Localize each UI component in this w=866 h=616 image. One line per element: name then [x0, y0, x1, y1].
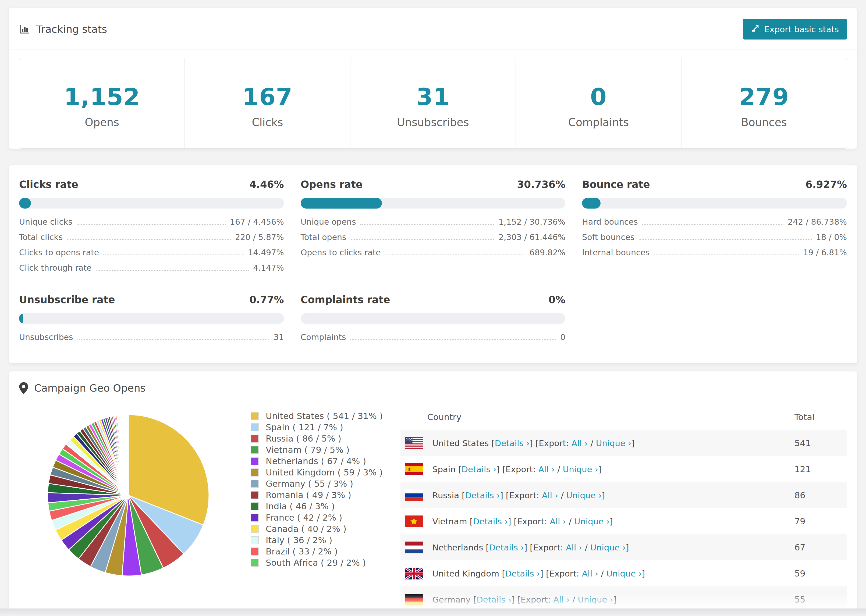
details-link[interactable]: Details ›: [505, 569, 540, 578]
rate-detail-value: 18 / 0%: [816, 233, 847, 242]
rate-progress-bar: [301, 198, 565, 209]
legend-item: United States ( 541 / 31% ): [251, 410, 383, 422]
rate-detail-row: Soft bounces 18 / 0%: [582, 233, 847, 248]
tracking-stats-card: Tracking stats Export basic stats 1,152 …: [9, 8, 857, 149]
legend-label: India ( 46 / 3% ): [266, 501, 335, 511]
export-all-link[interactable]: All ›: [538, 464, 555, 474]
geo-table-total-cell: 79: [794, 516, 847, 526]
geo-table-row-nl: Netherlands [Details ›] [Export: All › /…: [400, 534, 847, 560]
rate-detail-label: Opens to clicks rate: [301, 248, 381, 257]
rate-rows: Hard bounces 242 / 86.738% Soft bounces …: [582, 217, 847, 263]
export-unique-link[interactable]: Unique ›: [563, 464, 598, 474]
legend-swatch: [251, 525, 259, 533]
details-link[interactable]: Details ›: [477, 595, 512, 605]
legend-label: France ( 42 / 2% ): [266, 512, 342, 523]
export-all-link[interactable]: All ›: [572, 438, 588, 448]
export-all-link[interactable]: All ›: [582, 569, 598, 578]
rate-rows: Unique clicks 167 / 4.456% Total clicks …: [19, 217, 284, 278]
rate-detail-value: 19 / 6.81%: [803, 248, 847, 257]
legend-item: India ( 46 / 3% ): [251, 501, 383, 512]
geo-table-header: Country Total: [400, 404, 847, 430]
export-unique-link[interactable]: Unique ›: [574, 517, 610, 526]
tracking-stats-title-text: Tracking stats: [36, 24, 107, 35]
details-link[interactable]: Details ›: [489, 543, 524, 552]
legend-item: Italy ( 36 / 2% ): [251, 534, 383, 546]
stat-value: 279: [684, 83, 844, 111]
geo-table-country-cell: Russia [Details ›] [Export: All › / Uniq…: [405, 489, 795, 501]
export-unique-link[interactable]: Unique ›: [596, 438, 631, 448]
export-all-link[interactable]: All ›: [553, 595, 570, 605]
rate-block: Complaints rate 0% Complaints 0: [301, 294, 565, 348]
campaign-geo-opens-card: Campaign Geo Opens United States ( 541 /…: [9, 371, 857, 612]
page-bottom-strip: [0, 608, 866, 616]
rate-detail-value: 14.497%: [248, 248, 284, 257]
rate-value: 0%: [549, 294, 565, 306]
rate-detail-label: Soft bounces: [582, 233, 635, 242]
export-unique-link[interactable]: Unique ›: [590, 543, 626, 552]
legend-swatch: [251, 412, 259, 420]
geo-legend: United States ( 541 / 31% ) Spain ( 121 …: [251, 410, 383, 569]
rate-detail-value: 31: [274, 332, 284, 342]
dotted-leader: [77, 339, 269, 340]
stats-row: 1,152 Opens 167 Clicks 31 Unsubscribes 0…: [19, 58, 847, 149]
rate-progress-fill: [19, 313, 23, 324]
details-link[interactable]: Details ›: [494, 438, 529, 448]
stat-value: 167: [187, 83, 347, 111]
dotted-leader: [361, 224, 494, 225]
geo-table-row-ru: Russia [Details ›] [Export: All › / Uniq…: [400, 482, 847, 508]
tracking-stats-title: Tracking stats: [19, 24, 107, 35]
export-basic-stats-button[interactable]: Export basic stats: [743, 19, 847, 39]
rate-value: 6.927%: [806, 179, 847, 190]
rate-detail-label: Total clicks: [19, 233, 63, 242]
legend-swatch: [251, 491, 259, 499]
dotted-leader: [654, 255, 799, 255]
geo-table-total-cell: 55: [794, 594, 847, 605]
legend-label: Germany ( 55 / 3% ): [266, 479, 353, 489]
rate-detail-label: Hard bounces: [582, 217, 638, 226]
dotted-leader: [642, 224, 783, 225]
rate-detail-row: Unique opens 1,152 / 30.736%: [301, 217, 565, 233]
details-link[interactable]: Details ›: [465, 490, 500, 500]
us-flag-icon: [405, 437, 423, 449]
details-link[interactable]: Details ›: [461, 464, 496, 474]
stat-card-clicks: 167 Clicks: [185, 58, 350, 148]
export-all-link[interactable]: All ›: [566, 543, 582, 552]
rate-head: Clicks rate 4.46%: [19, 179, 284, 190]
rate-detail-label: Unique clicks: [19, 217, 72, 226]
rate-head: Opens rate 30.736%: [301, 179, 565, 190]
export-unique-link[interactable]: Unique ›: [606, 569, 642, 578]
export-all-link[interactable]: All ›: [542, 490, 558, 500]
country-links: Netherlands [Details ›] [Export: All › /…: [433, 543, 629, 552]
dotted-leader: [96, 270, 249, 271]
legend-item: Spain ( 121 / 7% ): [251, 422, 383, 433]
pie-slice-64[interactable]: [128, 415, 128, 495]
legend-label: Brazil ( 33 / 2% ): [266, 546, 337, 556]
rate-title: Complaints rate: [301, 294, 390, 306]
rate-rows: Complaints 0: [301, 332, 565, 348]
export-unique-link[interactable]: Unique ›: [567, 490, 602, 500]
rate-value: 30.736%: [517, 179, 565, 190]
rate-head: Complaints rate 0%: [301, 294, 565, 306]
legend-swatch: [251, 536, 259, 544]
rate-detail-value: 2,303 / 61.446%: [499, 233, 565, 242]
rate-title: Bounce rate: [582, 179, 650, 190]
stat-value: 0: [518, 83, 678, 111]
export-unique-link[interactable]: Unique ›: [578, 595, 613, 605]
geo-table-total-cell: 121: [794, 464, 847, 475]
geo-table-country-cell: United Kingdom [Details ›] [Export: All …: [405, 567, 795, 580]
legend-item: Canada ( 40 / 2% ): [251, 523, 383, 534]
legend-swatch: [251, 547, 259, 556]
legend-label: Netherlands ( 67 / 4% ): [266, 456, 366, 466]
rate-progress-fill: [582, 198, 600, 209]
export-all-link[interactable]: All ›: [550, 517, 566, 526]
rate-rows: Unsubscribes 31: [19, 332, 284, 348]
legend-label: South Africa ( 29 / 2% ): [266, 558, 366, 568]
stat-label: Clicks: [187, 116, 347, 129]
details-link[interactable]: Details ›: [473, 517, 508, 526]
geo-title-text: Campaign Geo Opens: [34, 382, 146, 394]
rates-card: Clicks rate 4.46% Unique clicks 167 / 4.…: [9, 165, 857, 363]
stat-label: Bounces: [684, 116, 844, 129]
geo-table-country-cell: United States [Details ›] [Export: All ›…: [405, 437, 795, 449]
stat-value: 31: [353, 83, 513, 111]
rate-block: Opens rate 30.736% Unique opens 1,152 / …: [301, 179, 565, 278]
